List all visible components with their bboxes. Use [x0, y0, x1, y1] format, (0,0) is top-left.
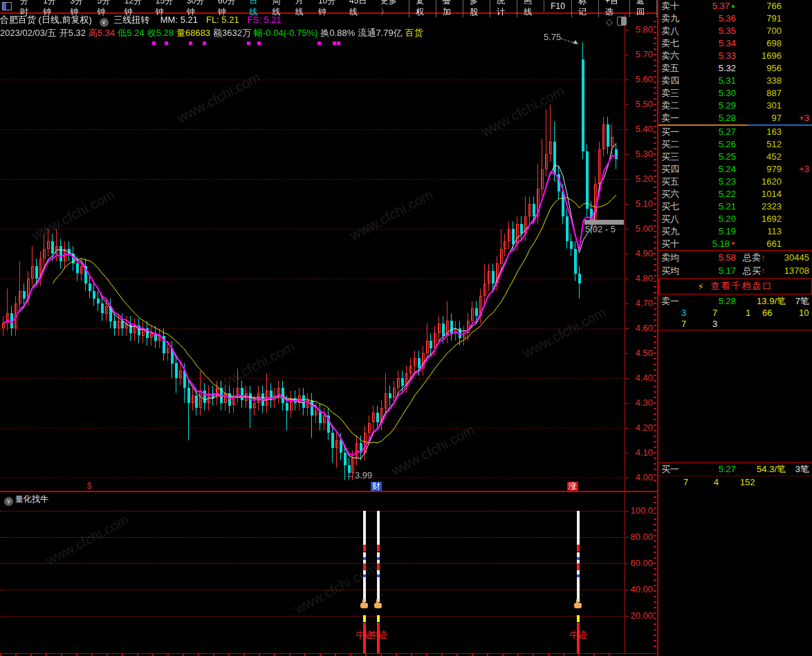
- period-tab[interactable]: 月线: [291, 0, 314, 17]
- buy-queue: 74152: [658, 477, 812, 488]
- info-field: 收5.28: [147, 28, 174, 38]
- hand-icon: [573, 599, 583, 610]
- chart-corner-controls: ◇: [606, 17, 627, 27]
- order-book-row[interactable]: 卖五5.32956: [658, 62, 812, 75]
- queue-number: 3: [712, 319, 717, 330]
- signal-pole-segment: [577, 545, 580, 552]
- sell-queue: 371661073: [658, 308, 812, 330]
- lightning-icon: ⚡: [697, 281, 703, 292]
- order-book-row[interactable]: 买一5.27163: [658, 126, 812, 138]
- hand-icon: [373, 599, 383, 610]
- order-book-row[interactable]: 卖三5.30887: [658, 87, 812, 100]
- toolbar-button[interactable]: 画线: [517, 0, 544, 17]
- level-price: 5.35: [700, 25, 736, 37]
- period-tab[interactable]: 分时: [16, 0, 39, 17]
- period-tab[interactable]: 1分钟: [39, 0, 66, 17]
- level-volume: 1696: [736, 50, 812, 62]
- level-volume: 163: [736, 126, 812, 138]
- order-book-row[interactable]: 卖二5.29301: [658, 100, 812, 112]
- order-book-row[interactable]: 卖七5.34698: [658, 37, 812, 50]
- chevron-down-icon[interactable]: ∨: [4, 497, 13, 506]
- sub-gridline: [0, 616, 624, 617]
- level-label: 买九: [658, 225, 700, 238]
- order-book-row[interactable]: 买九5.19113: [658, 225, 812, 238]
- period-tab[interactable]: 更多 〉: [376, 0, 409, 17]
- panel-toggle-icon[interactable]: [617, 17, 627, 26]
- toolbar-button[interactable]: 复权: [409, 0, 436, 17]
- toolbar-button[interactable]: F10: [544, 1, 571, 12]
- toolbar-button[interactable]: +自选: [598, 0, 629, 17]
- level-volume: 661: [736, 238, 812, 250]
- level-label: 卖十: [658, 0, 700, 12]
- sub-gridline: [0, 537, 624, 538]
- period-tab[interactable]: 周线: [268, 0, 290, 17]
- toolbar: 分时1分钟3分钟5分钟12分钟15分钟30分钟60分钟日线周线月线10分钟45日…: [0, 0, 657, 14]
- order-book-row[interactable]: 买十5.18▼661: [658, 238, 812, 250]
- event-marker[interactable]: $: [86, 482, 93, 491]
- order-book-row[interactable]: 卖九5.36791: [658, 12, 812, 25]
- queue-number: 7: [681, 319, 686, 330]
- axis-label: 5.40: [627, 124, 653, 134]
- hand-icon: [360, 599, 369, 610]
- level-volume: 700: [736, 25, 812, 37]
- event-marker[interactable]: 涨: [567, 482, 578, 491]
- order-book-row[interactable]: 买七5.212323: [658, 200, 812, 213]
- order-book-row[interactable]: 买六5.221014: [658, 188, 812, 200]
- event-marker[interactable]: 财: [371, 482, 382, 491]
- diamond-icon[interactable]: ◇: [606, 17, 613, 27]
- period-tab[interactable]: 60分钟: [214, 0, 245, 17]
- level-label: 卖五: [658, 62, 700, 75]
- period-tab[interactable]: 15分钟: [151, 0, 183, 17]
- signal-pole-segment: [577, 552, 580, 557]
- buy-levels: 买一5.27163买二5.26512买三5.25452买四5.24979+3买五…: [658, 126, 812, 250]
- view-level2-button[interactable]: ⚡ 查看千档盘口: [658, 278, 812, 294]
- order-book-row[interactable]: 卖十5.37▲766: [658, 0, 812, 12]
- period-tab[interactable]: 3分钟: [66, 0, 93, 17]
- detail-price: 5.27: [700, 463, 736, 476]
- toolbar-actions: 复权叠加多股统计画线F10标记+自选返回: [409, 0, 657, 12]
- layout-icon[interactable]: [2, 2, 12, 10]
- level-price: 5.34: [700, 37, 736, 50]
- toolbar-button[interactable]: 叠加: [436, 0, 463, 17]
- level-price: 5.28: [700, 112, 736, 124]
- period-tab[interactable]: 日线: [245, 0, 268, 17]
- order-book-row[interactable]: 买三5.25452: [658, 151, 812, 163]
- total-volume: 30445: [766, 251, 812, 264]
- order-book-row[interactable]: 卖八5.35700: [658, 25, 812, 37]
- queue-number: 1: [746, 308, 750, 319]
- signal-dot-icon: [152, 41, 156, 45]
- order-book-row[interactable]: 买八5.201692: [658, 213, 812, 225]
- price-trend-icon: ▼: [730, 241, 736, 247]
- level-label: 买十: [658, 238, 700, 250]
- order-book-row[interactable]: 买四5.24979+3: [658, 163, 812, 176]
- low-price-annotation: ←3.99: [346, 470, 372, 480]
- toolbar-button[interactable]: 返回: [629, 0, 657, 17]
- period-tab[interactable]: 12分钟: [120, 0, 151, 17]
- queue-number: 3: [681, 308, 686, 319]
- signal-dot-icon: [189, 41, 192, 45]
- panel-separator[interactable]: [0, 491, 657, 492]
- period-tab[interactable]: 45日线: [345, 0, 376, 17]
- signal-dot-icon: [337, 41, 340, 45]
- toolbar-button[interactable]: 标记: [571, 0, 598, 17]
- axis-label: 100.0: [627, 505, 653, 516]
- buy-one-detail: 买一5.2754.3/笔3笔: [658, 463, 812, 476]
- order-book-row[interactable]: 卖一5.2897+3: [658, 112, 812, 124]
- period-tab[interactable]: 5分钟: [93, 0, 120, 17]
- period-tab[interactable]: 30分钟: [183, 0, 214, 17]
- toolbar-button[interactable]: 统计: [490, 0, 517, 17]
- candlestick-chart[interactable]: [0, 12, 625, 491]
- queue-number: 4: [714, 477, 719, 488]
- toolbar-button[interactable]: 多股: [463, 0, 490, 17]
- signal-pole-segment: [377, 511, 380, 545]
- level-price: 5.37▲: [700, 0, 736, 12]
- axis-label: 5.70: [627, 49, 653, 59]
- order-book-row[interactable]: 卖四5.31338: [658, 75, 812, 87]
- order-book-row[interactable]: 买二5.26512: [658, 138, 812, 151]
- period-tab[interactable]: 10分钟: [314, 0, 345, 17]
- order-book-row[interactable]: 卖六5.331696: [658, 50, 812, 62]
- queue-number: 7: [683, 477, 688, 488]
- order-book-row[interactable]: 买五5.231620: [658, 176, 812, 188]
- level-volume: 698: [736, 37, 812, 50]
- detail-row: 卖一5.2813.9/笔7笔: [658, 295, 812, 308]
